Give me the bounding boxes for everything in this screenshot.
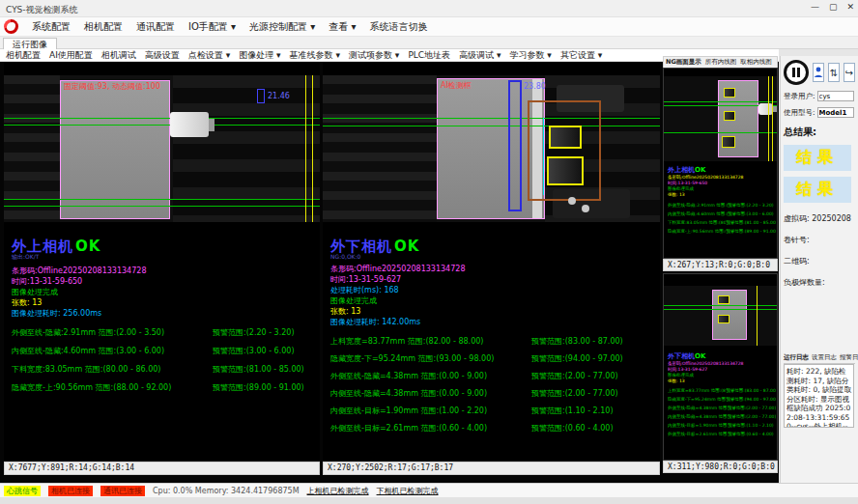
app-logo-icon (4, 19, 18, 34)
weld-box-yellow (724, 88, 735, 98)
baseline-green (664, 309, 778, 310)
minimize-icon[interactable]: — (811, 2, 819, 12)
log-tab[interactable]: 设置日志 (812, 353, 837, 362)
thumb-lower-coord-bar: X:311;Y:980;R:0;G:0;B:0 (663, 461, 778, 473)
measurement-rows: 外侧至线-隐藏:2.91mm 范围:(2.00 - 3.50) 预警范围:(2.… (12, 327, 315, 401)
count-line: 张数: 13 (12, 297, 315, 308)
menu-item[interactable]: 通讯配置 (136, 20, 175, 34)
thumb-view-upper[interactable]: 外上相机OK 条形码:Offline20250208133134728 时间:1… (663, 68, 778, 259)
camera-name: 外下相机OK (668, 351, 776, 361)
thumb-tab[interactable]: NG画面显示 (666, 58, 701, 67)
tab-run-image[interactable]: 运行图像 (3, 38, 57, 49)
menu-item[interactable]: 相机配置 (84, 20, 123, 34)
camera-state-badge: 相机已连接 (48, 486, 93, 496)
thumb-tab[interactable]: 取相内线图 (740, 58, 772, 67)
exit-button[interactable]: ↪ (844, 63, 855, 82)
toolbar-item[interactable]: 点检设置 ▾ (188, 49, 230, 62)
needle-number-label: 卷针号: (784, 235, 855, 245)
roi-box-brown (528, 100, 601, 201)
thumb-photo (664, 286, 778, 346)
toolbar-item[interactable]: 高级设置 (145, 49, 180, 62)
measurement-row: 下料宽度:83.05mm 范围:(80.00 - 86.00) 预警范围:(81… (668, 220, 776, 229)
left-coord-bar: X:7677;Y:891;R:14;G:14;B:14 (4, 462, 320, 475)
machine-texture (323, 75, 437, 222)
barcode-line: 条形码:Offline20250208133134728 (330, 264, 654, 274)
menu-item[interactable]: 系统配置 (32, 20, 71, 34)
maximize-icon[interactable]: ▢ (829, 2, 838, 12)
toolbar-item[interactable]: 相机调试 (101, 49, 136, 62)
toolbar-item[interactable]: 高级调试 ▾ (459, 49, 500, 62)
time-line: 时间:13-31-59-627 (330, 274, 654, 285)
right-camera-image: AI检测框 23.80 (323, 75, 660, 222)
weld-box-yellow (724, 111, 735, 121)
menu-item[interactable]: IO手配置 ▾ (188, 20, 236, 34)
count-line: 张数: 13 (668, 378, 776, 384)
close-icon[interactable]: ✕ (846, 2, 854, 12)
edge-line-yellow (757, 286, 758, 346)
log-tab[interactable]: 报警日志 (840, 353, 858, 362)
swap-button[interactable]: ⇅ (828, 63, 840, 82)
control-buttons: ⇅ ↪ (784, 60, 855, 85)
user-lock-button[interactable] (813, 63, 824, 82)
login-user-input[interactable] (817, 91, 854, 101)
measurement-rows: 上料宽度=83.77mm 范围:(82.00 - 88.00) 预警范围:(83… (668, 388, 776, 440)
threshold-overlay-text: 固定阈值:93, 动态阈值:100 (64, 81, 160, 92)
weld-box-yellow (722, 136, 735, 148)
toolbar-item[interactable]: 基准线参数 ▾ (290, 49, 340, 62)
edge-line-yellow (305, 75, 306, 222)
toolbar-item[interactable]: 相机配置 (6, 49, 41, 62)
login-user-row: 登录用户: (784, 91, 855, 101)
toolbar-item[interactable]: 学习参数 ▾ (510, 49, 552, 62)
measurement-row: 内侧至线-隐藏:4.60mm 范围:(3.00 - 6.00) 预警范围:(3.… (668, 211, 776, 220)
window-title: CYS-视觉检测系统 (6, 4, 78, 16)
ai-box-label: AI检测框 (441, 80, 472, 91)
measurement-row: 外侧至线-隐藏:2.91mm 范围:(2.00 - 3.50) 预警范围:(2.… (668, 203, 776, 211)
menu-item[interactable]: 查看 ▾ (329, 20, 356, 34)
model-label: 使用型号: (784, 108, 815, 118)
weld-box-yellow (718, 295, 729, 304)
title-bar: CYS-视觉检测系统 — ▢ ✕ (0, 0, 858, 17)
weld-box-yellow (547, 156, 584, 185)
measurement-row: 下料宽度:83.05mm 范围:(80.00 - 86.00) 预警范围:(81… (12, 364, 315, 382)
measurement-rows: 上料宽度=83.77mm 范围:(82.00 - 88.00) 预警范围:(83… (330, 336, 654, 440)
comm-state-badge: 通讯已连接 (100, 486, 145, 496)
thumb-upper-coord-bar: X:267;Y:13;R:0;G:0;B:0 (663, 259, 778, 271)
measurement-row: 内侧至线-隐藏=4.38mm 范围:(0.00 - 9.00) 预警范围:(2.… (668, 414, 776, 423)
measure-box-blue (257, 89, 265, 103)
baseline-green (4, 118, 320, 119)
count-line: 张数: 13 (330, 306, 654, 317)
log-tab[interactable]: 运行日志 (784, 353, 809, 362)
toolbar-item[interactable]: AI使用配置 (49, 49, 93, 62)
left-camera-view[interactable]: 固定阈值:93, 动态阈值:100 21.46 外上相机OK 输出:OK/T 条… (4, 62, 320, 462)
result-box-upper: 结果 (784, 145, 851, 171)
bolt-head (582, 205, 589, 212)
measurement-row: 隐藏宽度-下=95.24mm 范围:(93.00 - 98.00) 预警范围:(… (330, 353, 654, 371)
measurement-row: 外侧至线-目标=2.61mm 范围:(0.60 - 4.00) 预警范围:(0.… (668, 432, 776, 440)
toolbar-item[interactable]: PLC地址表 (408, 49, 450, 62)
connector-part (758, 103, 773, 115)
status-bar: 心跳信号 相机已连接 通讯已连接 Cpu: 0.0% Memory: 3424.… (0, 483, 858, 497)
upper-camera-done-text: 上相机已检测完成 (307, 486, 369, 496)
measurement-row: 外侧至线-隐藏=4.38mm 范围:(0.00 - 9.00) 预警范围:(2.… (668, 406, 776, 414)
model-input[interactable] (817, 107, 854, 118)
toolbar-item[interactable]: 图像处理 ▾ (239, 49, 280, 62)
toolbar-item[interactable]: 其它设置 ▾ (560, 49, 602, 62)
menu-item[interactable]: 系统语言切换 (369, 20, 427, 34)
toolbar-item[interactable]: 测试项参数 ▾ (349, 49, 399, 62)
status-line: 图像处理完成 (330, 295, 654, 306)
model-row: 使用型号: (784, 107, 855, 118)
thumb-result-block: 外下相机OK 条形码:Offline20250208133134728 时间:1… (668, 351, 776, 440)
thumb-view-lower[interactable]: 外下相机OK 条形码:Offline20250208133134728 时间:1… (663, 273, 778, 461)
thumb-tab[interactable]: 所有内线图 (705, 58, 737, 67)
menu-item[interactable]: 光源控制配置 ▾ (249, 20, 315, 34)
edge-line-yellow (768, 76, 769, 161)
measurement-row: 隐藏宽度-上:90.56mm 范围:(88.00 - 92.00) 预警范围:(… (12, 382, 315, 401)
right-camera-view[interactable]: AI检测框 23.80 外下相机OK NG:0,OK:0 条形码:Offline… (323, 62, 660, 462)
measure-value-overlay: 21.46 (268, 92, 290, 100)
edge-line-cyan (543, 118, 544, 195)
baseline-green (323, 118, 660, 119)
measure-value-overlay: 23.80 (524, 82, 546, 91)
pause-button[interactable] (784, 60, 809, 85)
log-text-box[interactable]: 耗时: 222, 缺陷检测耗时: 17, 缺陷分类耗时: 0, 缺陷提取分区耗时… (784, 364, 854, 428)
menu-bar: 系统配置相机配置通讯配置IO手配置 ▾光源控制配置 ▾查看 ▾系统语言切换 (0, 17, 858, 37)
